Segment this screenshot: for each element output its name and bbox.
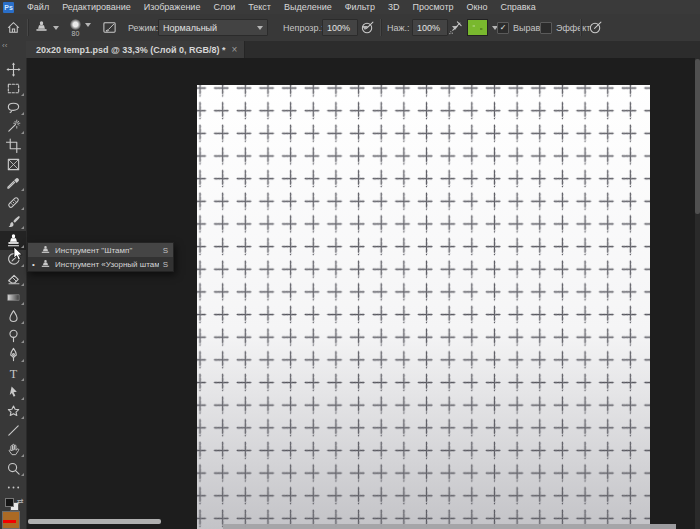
menu-type[interactable]: Текст xyxy=(248,2,271,12)
impressionist-label: Эффект xyxy=(556,23,590,33)
tool-eyedropper[interactable] xyxy=(0,174,26,193)
pattern-stamp-icon xyxy=(40,259,51,270)
document-tab-bar: ‹‹ 20x20 temp1.psd @ 33,3% (Слой 0, RGB/… xyxy=(0,41,700,58)
tool-healing-brush[interactable] xyxy=(0,193,26,212)
move-icon xyxy=(6,62,21,77)
selection-bullet: • xyxy=(31,260,36,269)
flyout-item-label: Инструмент «Узорный штамп» xyxy=(55,260,159,269)
pattern-swatch xyxy=(467,19,488,36)
tool-lasso[interactable] xyxy=(0,98,26,117)
tool-frame[interactable] xyxy=(0,155,26,174)
brush-size-value: 80 xyxy=(72,30,80,37)
ellipsis-icon xyxy=(6,480,21,495)
tool-type[interactable] xyxy=(0,364,26,383)
impressionist-checkbox[interactable] xyxy=(540,22,552,34)
chevron-down-icon xyxy=(85,23,91,27)
blend-mode-select[interactable]: Нормальный xyxy=(158,14,268,41)
tool-preset-picker[interactable] xyxy=(34,14,59,41)
aligned-checkbox[interactable]: ✓ xyxy=(497,22,509,34)
pen-icon xyxy=(6,347,21,362)
flyout-item-pattern-stamp[interactable]: • Инструмент «Узорный штамп» S xyxy=(28,257,173,271)
flyout-item-label: Инструмент "Штамп" xyxy=(55,246,159,255)
shortcut-key: S xyxy=(163,246,168,255)
tool-move[interactable] xyxy=(0,60,26,79)
lasso-icon xyxy=(6,100,21,115)
document-canvas[interactable] xyxy=(197,85,650,529)
pressure-opacity-icon[interactable] xyxy=(360,14,375,41)
magic-wand-icon xyxy=(6,119,21,134)
menu-bar: Ps Файл Редактирование Изображение Слои … xyxy=(0,0,700,15)
chevron-down-icon xyxy=(257,26,263,30)
tool-pen[interactable] xyxy=(0,345,26,364)
menu-filter[interactable]: Фильтр xyxy=(345,2,375,12)
tool-crop[interactable] xyxy=(0,136,26,155)
tool-line[interactable] xyxy=(0,421,26,440)
blur-icon xyxy=(6,309,21,324)
menu-file[interactable]: Файл xyxy=(27,2,49,12)
document-tab[interactable]: 20x20 temp1.psd @ 33,3% (Слой 0, RGB/8) … xyxy=(26,41,245,58)
tool-zoom[interactable] xyxy=(0,459,26,478)
toolbar-collapse-icon[interactable]: ‹‹ xyxy=(0,41,28,58)
tool-hand[interactable] xyxy=(0,440,26,459)
path-selection-icon xyxy=(6,385,21,400)
home-icon[interactable] xyxy=(6,14,21,41)
photoshop-window: Ps Файл Редактирование Изображение Слои … xyxy=(0,0,700,529)
tool-eraser[interactable] xyxy=(0,269,26,288)
tool-blur[interactable] xyxy=(0,307,26,326)
menu-help[interactable]: Справка xyxy=(500,2,535,12)
brush-preview: 80 xyxy=(70,19,81,37)
default-colors-control[interactable]: ⇄ xyxy=(0,497,26,511)
tool-path-selection[interactable] xyxy=(0,383,26,402)
swap-colors-icon[interactable]: ⇄ xyxy=(17,497,24,506)
horizontal-scrollbar-track[interactable] xyxy=(223,524,676,529)
foreground-color-chip xyxy=(5,498,14,507)
tool-brush[interactable] xyxy=(0,212,26,231)
clone-stamp-icon xyxy=(6,233,21,248)
vertical-scrollbar-thumb[interactable] xyxy=(695,59,700,214)
canvas-area[interactable] xyxy=(26,58,700,529)
vertical-scrollbar[interactable] xyxy=(695,58,700,529)
mode-label: Режим: xyxy=(128,14,158,41)
tool-dodge[interactable] xyxy=(0,326,26,345)
tool-magic-wand[interactable] xyxy=(0,117,26,136)
brush-tip-icon xyxy=(70,19,81,30)
marquee-icon xyxy=(6,81,21,96)
opacity-label: Непрозр.: xyxy=(283,14,323,41)
divider xyxy=(380,19,382,36)
document-tab-title: 20x20 temp1.psd @ 33,3% (Слой 0, RGB/8) … xyxy=(36,45,225,55)
type-icon xyxy=(6,366,21,381)
pressure-size-icon[interactable] xyxy=(588,14,603,41)
stamp-tool-flyout-menu: Инструмент "Штамп" S • Инструмент «Узорн… xyxy=(27,242,174,272)
photoshop-logo-icon[interactable]: Ps xyxy=(3,2,14,13)
toggle-brush-settings-icon[interactable] xyxy=(102,14,117,41)
recording-indicator xyxy=(3,520,16,523)
menu-edit[interactable]: Редактирование xyxy=(62,2,131,12)
tool-marquee[interactable] xyxy=(0,79,26,98)
tools-panel xyxy=(0,58,27,529)
horizontal-scrollbar-thumb[interactable] xyxy=(28,519,161,524)
crop-icon xyxy=(6,138,21,153)
menu-3d[interactable]: 3D xyxy=(388,2,400,12)
brush-preset-picker[interactable]: 80 xyxy=(70,14,91,41)
divider xyxy=(580,19,582,36)
workspace: ⇄ xyxy=(0,58,700,529)
zoom-icon xyxy=(6,461,21,476)
gradient-icon xyxy=(6,290,21,305)
tool-gradient[interactable] xyxy=(0,288,26,307)
menu-window[interactable]: Окно xyxy=(467,2,488,12)
tool-custom-shape[interactable] xyxy=(0,402,26,421)
dodge-icon xyxy=(6,328,21,343)
mouse-cursor xyxy=(13,247,23,262)
tab-close-icon[interactable]: × xyxy=(231,44,237,55)
menu-image[interactable]: Изображение xyxy=(144,2,201,12)
impressionist-option[interactable]: Эффект xyxy=(540,14,590,41)
healing-brush-icon xyxy=(6,195,21,210)
menu-layers[interactable]: Слои xyxy=(213,2,235,12)
pattern-picker[interactable] xyxy=(467,14,498,41)
tool-options-bar: 80 Режим: Нормальный Непрозр.: 100% Наж.… xyxy=(0,14,700,42)
airbrush-icon[interactable] xyxy=(448,14,463,41)
flyout-item-clone-stamp[interactable]: Инструмент "Штамп" S xyxy=(28,243,173,257)
menu-select[interactable]: Выделение xyxy=(284,2,332,12)
menu-view[interactable]: Просмотр xyxy=(412,2,453,12)
tool-ellipsis[interactable] xyxy=(0,478,26,497)
